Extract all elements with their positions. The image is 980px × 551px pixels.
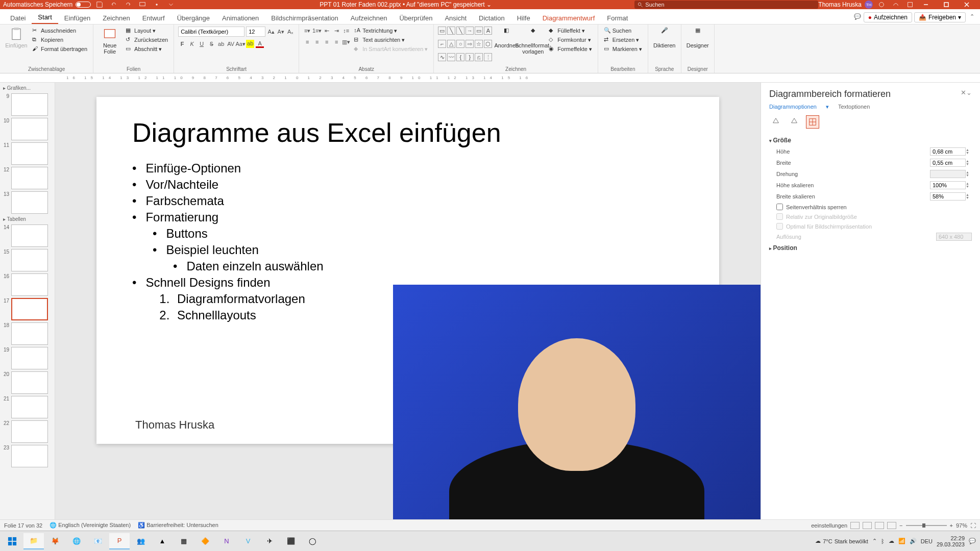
shape-fill-button[interactable]: ◆Fülleffekt ▾ xyxy=(547,27,594,35)
tab-format[interactable]: Format xyxy=(601,12,634,24)
size-properties-icon[interactable] xyxy=(806,115,819,129)
thumb-13[interactable] xyxy=(11,191,48,214)
chevron-down-icon[interactable]: ▾ xyxy=(826,104,829,110)
tab-bildschirmpraesentation[interactable]: Bildschirmpräsentation xyxy=(265,12,345,24)
shapes-gallery[interactable]: ▭ ╲ ╲ → ▭ A ⌐ △ ○ ⇨ ☆ ⬡ ∿ 〰 { } ⎌ ⋮ xyxy=(438,27,492,65)
scale-h-input[interactable] xyxy=(930,181,966,189)
font-name-select[interactable] xyxy=(178,27,244,37)
slide-canvas[interactable]: Diagramme aus Excel einfügen Einfüge-Opt… xyxy=(55,83,761,519)
pane-collapse-icon[interactable]: ⌄ xyxy=(966,89,972,96)
fit-window-icon[interactable]: ⛶ xyxy=(970,522,976,529)
height-input[interactable] xyxy=(930,147,966,156)
tab-aufzeichnen[interactable]: Aufzeichnen xyxy=(345,12,394,24)
shape-outline-button[interactable]: ◇Formkontur ▾ xyxy=(547,36,594,44)
section-button[interactable]: ▭Abschnitt ▾ xyxy=(124,45,169,53)
new-slide-button[interactable]: Neue Folie xyxy=(97,27,122,65)
app-icon[interactable]: ▦ xyxy=(174,533,194,549)
tray-lang[interactable]: DEU xyxy=(921,538,933,544)
slideshow-icon[interactable] xyxy=(139,1,146,8)
thumb-21[interactable] xyxy=(11,396,48,418)
shadow-button[interactable]: ab xyxy=(217,40,225,48)
more-icon[interactable] xyxy=(167,1,175,8)
slide-bullets[interactable]: Einfüge-Optionen Vor/Nachteile Farbschem… xyxy=(132,160,683,291)
system-clock[interactable]: 22:29 29.03.2023 xyxy=(937,535,965,547)
tab-einfuegen[interactable]: Einfügen xyxy=(58,12,96,24)
italic-button[interactable]: K xyxy=(188,40,196,48)
minimize-button[interactable] xyxy=(916,0,936,9)
decrease-font-icon[interactable]: A▾ xyxy=(277,28,285,36)
thumb-11[interactable] xyxy=(11,142,48,165)
underline-button[interactable]: U xyxy=(198,40,206,48)
reset-button[interactable]: ↺Zurücksetzen xyxy=(124,36,169,44)
normal-view-icon[interactable] xyxy=(850,522,860,529)
fill-line-icon[interactable] xyxy=(769,115,782,129)
cut-button[interactable]: ✂Ausschneiden xyxy=(31,27,89,35)
rotation-input[interactable] xyxy=(930,170,966,178)
designer-button[interactable]: ▦Designer xyxy=(685,27,710,65)
shape-star-icon[interactable]: ☆ xyxy=(475,40,483,48)
shape-connector-icon[interactable]: ⌐ xyxy=(438,40,446,48)
app-icon[interactable] xyxy=(906,1,914,8)
sync-icon[interactable] xyxy=(878,1,885,8)
thumb-22[interactable] xyxy=(11,420,48,443)
circle-icon[interactable]: ◯ xyxy=(302,533,323,549)
thumb-20[interactable] xyxy=(11,371,48,394)
autosave-toggle[interactable] xyxy=(76,2,91,8)
shape-effects-button[interactable]: ◉Formeffekte ▾ xyxy=(547,45,594,53)
width-input[interactable] xyxy=(930,159,966,167)
columns-button[interactable]: ▥▾ xyxy=(342,38,350,46)
tab-entwurf[interactable]: Entwurf xyxy=(136,12,171,24)
scale-w-input[interactable] xyxy=(930,192,966,201)
spinner-icon[interactable]: ▲▼ xyxy=(966,148,972,155)
tab-zeichnen[interactable]: Zeichnen xyxy=(96,12,136,24)
shape-brace-icon[interactable]: { xyxy=(456,53,464,61)
tray-onedrive-icon[interactable]: ☁ xyxy=(889,538,894,544)
bullets-button[interactable]: ≡▾ xyxy=(303,27,311,35)
effects-tab-icon[interactable] xyxy=(788,115,801,129)
avatar[interactable]: TH xyxy=(865,1,873,9)
pane-tab-diagram[interactable]: Diagrammoptionen xyxy=(769,104,817,110)
tab-dictation[interactable]: Dictation xyxy=(473,12,511,24)
thumb-18[interactable] xyxy=(11,322,48,345)
increase-font-icon[interactable]: A▴ xyxy=(267,28,275,36)
telegram-icon[interactable]: ✈ xyxy=(259,533,280,549)
select-button[interactable]: ▭Markieren ▾ xyxy=(602,45,644,53)
spinner-icon[interactable]: ▲▼ xyxy=(966,160,972,166)
justify-button[interactable]: ≡ xyxy=(332,38,340,46)
vlc-icon[interactable]: ▲ xyxy=(152,533,173,549)
shape-arrow2-icon[interactable]: ⇨ xyxy=(465,40,474,48)
maximize-button[interactable] xyxy=(936,0,957,9)
status-lang[interactable]: 🌐 Englisch (Vereinigte Staaten) xyxy=(50,522,131,529)
case-button[interactable]: Aa▾ xyxy=(236,40,244,48)
shape-brace2-icon[interactable]: } xyxy=(465,53,474,61)
spinner-icon[interactable]: ▲▼ xyxy=(966,171,972,177)
outlook-icon[interactable]: 📧 xyxy=(88,533,108,549)
dictate-button[interactable]: 🎤Diktieren xyxy=(652,27,677,65)
shape-scroll-icon[interactable]: ⎌ xyxy=(475,53,483,61)
strike-button[interactable]: S̶ xyxy=(207,40,215,48)
thumb-16[interactable] xyxy=(11,273,48,296)
shape-hex-icon[interactable]: ⬡ xyxy=(484,40,492,48)
tab-start[interactable]: Start xyxy=(32,11,58,24)
tab-datei[interactable]: Datei xyxy=(4,12,32,24)
close-button[interactable] xyxy=(957,0,977,9)
copy-button[interactable]: ⧉Kopieren xyxy=(31,36,89,44)
reading-view-icon[interactable] xyxy=(875,522,884,529)
video-icon[interactable]: V xyxy=(238,533,258,549)
format-painter-button[interactable]: 🖌Format übertragen xyxy=(31,45,89,53)
record-button[interactable]: ●Aufzeichnen xyxy=(864,12,912,22)
status-settings[interactable]: eeinstellungen xyxy=(811,522,847,529)
replace-button[interactable]: ⇄Ersetzen ▾ xyxy=(602,36,644,44)
tray-chevron-icon[interactable]: ⌃ xyxy=(872,538,877,544)
tray-wifi-icon[interactable]: 📶 xyxy=(898,538,905,544)
align-center-button[interactable]: ≡ xyxy=(313,38,321,46)
font-size-select[interactable] xyxy=(246,27,265,37)
thumb-17[interactable] xyxy=(11,298,48,320)
notifications-icon[interactable]: 💬 xyxy=(969,538,976,544)
zoom-level[interactable]: 97% xyxy=(956,522,967,529)
indent-dec-button[interactable]: ⇤ xyxy=(323,27,331,35)
redo-icon[interactable] xyxy=(125,1,132,8)
comments-icon[interactable]: 💬 xyxy=(853,12,862,20)
tab-animationen[interactable]: Animationen xyxy=(216,12,265,24)
numbering-button[interactable]: 1≡▾ xyxy=(313,27,321,35)
